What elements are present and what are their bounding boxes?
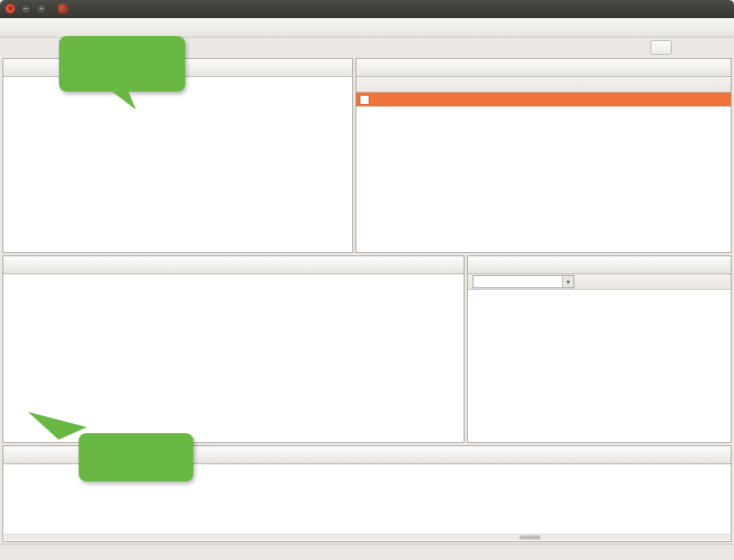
editor-controls bbox=[460, 256, 464, 273]
location-combo[interactable]: ▾ bbox=[473, 275, 574, 288]
disassembly-listing[interactable] bbox=[468, 290, 731, 442]
disassembly-toolbar: ▾ bbox=[468, 274, 731, 290]
breakpoints-view-header bbox=[356, 59, 731, 77]
disassembly-view-header bbox=[468, 256, 731, 274]
code-area[interactable] bbox=[3, 274, 464, 442]
debug-view-tabs bbox=[3, 59, 5, 76]
debug-view-controls bbox=[349, 59, 352, 76]
disassembly-view: ▾ bbox=[467, 255, 732, 443]
location-input[interactable] bbox=[473, 276, 562, 287]
callout-line-halted bbox=[79, 433, 193, 481]
breakpoints-list bbox=[356, 93, 731, 252]
disassembly-view-tabs bbox=[468, 256, 469, 273]
horizontal-scrollbar[interactable] bbox=[4, 534, 730, 540]
breakpoints-toolbar bbox=[356, 77, 731, 93]
eclipse-icon bbox=[58, 4, 68, 14]
editor bbox=[2, 255, 464, 443]
console-view-tabs bbox=[3, 446, 5, 463]
scrollbar-thumb[interactable] bbox=[519, 535, 541, 540]
debug-tree bbox=[3, 77, 352, 252]
console-view-controls bbox=[727, 446, 731, 463]
disassembly-view-controls bbox=[727, 256, 731, 273]
editor-tabs bbox=[3, 256, 5, 273]
window-maximize-button[interactable]: + bbox=[36, 3, 47, 14]
quick-access-button[interactable] bbox=[650, 40, 672, 55]
editor-header bbox=[3, 256, 464, 274]
breakpoints-view bbox=[356, 58, 732, 253]
breakpoints-view-tabs bbox=[356, 59, 358, 76]
callout-function-halted bbox=[59, 36, 185, 92]
combo-dropdown-icon[interactable]: ▾ bbox=[562, 276, 573, 287]
status-bar bbox=[0, 544, 734, 560]
breakpoint-checkbox[interactable] bbox=[360, 95, 369, 105]
window-minimize-button[interactable]: ─ bbox=[20, 3, 31, 14]
breakpoint-item[interactable] bbox=[356, 93, 731, 106]
breakpoints-view-controls bbox=[727, 59, 731, 76]
title-bar: ✕ ─ + bbox=[0, 0, 734, 18]
main-toolbar bbox=[0, 18, 734, 38]
window-close-button[interactable]: ✕ bbox=[5, 3, 16, 14]
